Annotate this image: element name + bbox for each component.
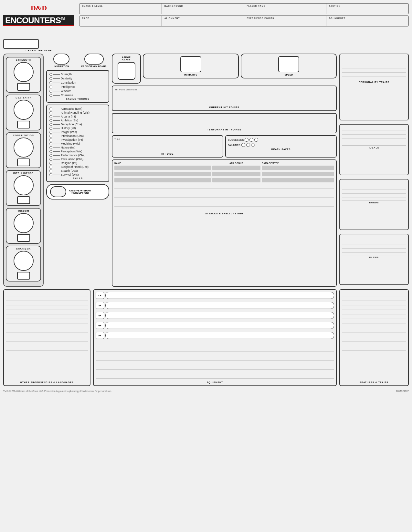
wisdom-modifier[interactable] [14,213,34,233]
strength-modifier[interactable] [14,62,34,82]
ideals-field[interactable] [342,126,406,144]
coin-sp-pouch[interactable] [105,302,334,309]
intelligence-modifier[interactable] [14,175,34,195]
temp-hp-field[interactable] [115,116,333,128]
player-name-field[interactable]: PLAYER NAME [244,4,327,14]
skill-arcana-circle[interactable] [49,115,52,118]
skill-religion-label: Religion (Int) [61,161,77,165]
skill-persuasion-circle[interactable] [49,158,52,161]
coin-ep-pouch[interactable] [105,312,334,319]
coin-pp-pouch[interactable] [105,332,334,339]
attack-name-3[interactable] [114,178,211,182]
speed-value[interactable] [278,56,299,72]
save-intelligence-circle[interactable] [49,86,52,88]
current-hp-field[interactable] [115,93,333,106]
initiative-value[interactable] [180,56,201,72]
success-circle-3[interactable] [254,138,258,142]
skill-religion-circle[interactable] [49,162,52,165]
other-prof-content[interactable] [6,292,88,379]
other-prof-label: OTHER PROFICIENCIES & LANGUAGES [6,380,88,384]
skill-deception-circle[interactable] [49,123,52,126]
proficiency-bonus-input[interactable] [84,54,104,65]
save-constitution-circle[interactable] [49,81,52,84]
skill-acrobatics-circle[interactable] [49,107,52,110]
faction-field[interactable]: FACTION [326,4,408,14]
skill-stealth-circle[interactable] [49,169,52,172]
equipment-items[interactable] [96,343,334,379]
skill-investigation-circle[interactable] [49,138,52,141]
alignment-field[interactable]: ALIGNMENT [162,16,244,26]
skill-arcana-line [53,117,60,117]
skill-perception-circle[interactable] [49,150,52,153]
constitution-score[interactable] [17,159,30,166]
skill-performance-circle[interactable] [49,154,52,157]
intelligence-score[interactable] [17,196,30,204]
coin-gp-pouch[interactable] [105,322,334,329]
flaws-box: FLAWS [339,234,409,285]
wisdom-score[interactable] [17,234,30,242]
skill-animal-handling-circle[interactable] [49,111,52,114]
attack-bonus-3[interactable] [212,178,260,182]
bonds-box: BONDS [339,179,409,230]
character-name-input[interactable] [3,39,39,49]
armor-class-label2: CLASS [114,58,138,61]
skill-insight-label: Insight (Wis) [61,130,77,134]
save-charisma-circle[interactable] [49,94,52,97]
skill-acrobatics: Acrobatics (Dex) [49,107,106,110]
skill-insight-circle[interactable] [49,131,52,134]
class-level-field[interactable]: CLASS & LEVEL [79,4,162,14]
skill-sleight-circle[interactable] [49,166,52,169]
background-field[interactable]: BACKGROUND [162,4,244,14]
skill-medicine-circle[interactable] [49,142,52,145]
attack-damage-3[interactable] [262,178,334,182]
attack-damage-2[interactable] [262,172,334,176]
dexterity-score[interactable] [17,121,30,128]
charisma-modifier[interactable] [14,251,34,271]
current-hp-label: CURRENT HIT POINTS [115,106,333,108]
attack-name-1[interactable] [114,166,211,170]
skill-athletics-circle[interactable] [49,119,52,122]
char-name-area: CHARACTER NAME [3,39,74,52]
exp-points-field[interactable]: EXPERIENCE POINTS [244,16,327,26]
coin-gp-tag: GP [96,322,104,329]
save-dexterity-circle[interactable] [49,77,52,80]
skill-survival-circle[interactable] [49,173,52,176]
bonds-field[interactable] [342,181,406,199]
constitution-modifier[interactable] [14,138,34,158]
failure-circle-2[interactable] [246,143,250,147]
save-strength-circle[interactable] [49,73,52,76]
strength-score[interactable] [17,83,30,91]
attack-damage-1[interactable] [262,166,334,170]
skill-intimidation-circle[interactable] [49,135,52,138]
attack-name-2[interactable] [114,172,211,176]
attack-bonus-2[interactable] [212,172,260,176]
passive-wisdom-value[interactable] [50,186,66,197]
hit-dice-label: HIT DICE [114,153,221,155]
initiative-label: INITIATIVE [145,74,236,76]
success-circle-1[interactable] [245,138,248,142]
save-dexterity: Dexterity [49,77,106,80]
dci-number-field[interactable]: DCI NUMBER [326,16,408,26]
success-circle-2[interactable] [249,138,253,142]
armor-class-value[interactable] [118,62,135,80]
inspiration-input[interactable] [53,54,69,65]
inspiration-area: INSPIRATION [46,54,77,67]
skill-nature-circle[interactable] [49,146,52,149]
attack-bonus-1[interactable] [212,166,260,170]
features-traits-content[interactable] [342,292,406,379]
failure-circle-3[interactable] [251,143,255,147]
skill-survival-line [53,175,60,175]
charisma-score[interactable] [17,272,30,280]
skill-history-circle[interactable] [49,127,52,130]
hit-dice-field[interactable] [114,141,221,153]
race-field[interactable]: RACE [79,16,162,26]
spellcasting-notes[interactable] [114,184,334,211]
failure-circle-1[interactable] [241,143,245,147]
save-wisdom-circle[interactable] [49,90,52,93]
coin-cp-pouch[interactable] [105,292,334,299]
flaws-field[interactable] [342,236,406,254]
skill-investigation: Investigation (Int) [49,138,106,141]
personality-traits-field[interactable] [342,56,406,78]
skill-deception-line [53,124,60,125]
dexterity-modifier[interactable] [14,100,34,120]
